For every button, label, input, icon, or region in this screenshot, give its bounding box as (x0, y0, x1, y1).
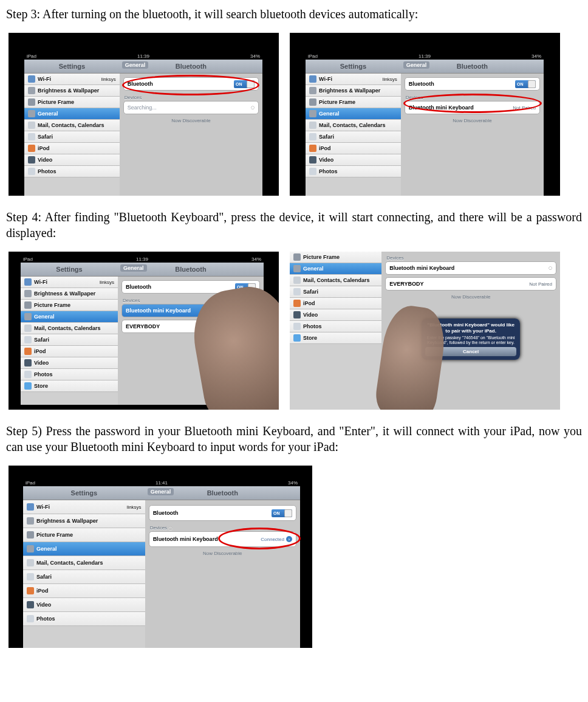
panel-header: GeneralBluetooth (120, 60, 262, 74)
mail-icon (309, 122, 316, 129)
step3-text: Step 3: After turning on the bluetooth, … (6, 6, 582, 22)
photos-icon (293, 323, 301, 330)
mail-icon (28, 122, 35, 129)
wifi-icon (28, 75, 35, 83)
sidebar-header: Settings (24, 60, 120, 74)
photos-icon (309, 168, 316, 175)
devices-label: Devices (120, 93, 262, 101)
sidebar-item-ipod[interactable]: iPod (24, 143, 120, 154)
disclosure-icon[interactable]: › (286, 536, 292, 542)
wifi-icon (309, 75, 316, 83)
general-icon (24, 313, 32, 320)
safari-icon (27, 573, 34, 580)
spinner-icon: ◌ (251, 105, 255, 110)
general-icon (28, 110, 35, 117)
safari-icon (28, 133, 35, 140)
status-bar: iPad 11:39 34% (24, 52, 262, 60)
screenshot-3a: iPad 11:39 34% Settings Wi-Filinksys Bri… (9, 33, 279, 196)
photos-icon (24, 371, 32, 378)
toggle-on[interactable]: ON (234, 80, 255, 88)
bluetooth-toggle-row[interactable]: BluetoothON (123, 77, 259, 91)
photos-icon (27, 615, 34, 622)
settings-sidebar: Settings Wi-Filinksys Brightness & Wallp… (24, 60, 120, 196)
step5-text: Step 5) Press the password in your Bluet… (6, 423, 582, 455)
spinner-icon: ◌ (168, 525, 173, 531)
video-icon (27, 601, 34, 608)
store-icon (24, 382, 32, 390)
settings-sidebar: Settings Wi-Filinksys Brightness & Wallp… (306, 60, 401, 196)
bluetooth-panel: GeneralBluetooth BluetoothON Devices Sea… (120, 60, 262, 196)
picture-icon (309, 98, 316, 106)
picture-icon (293, 253, 301, 261)
sidebar-item-photos[interactable]: Photos (24, 166, 120, 177)
safari-icon (24, 336, 32, 343)
general-icon (309, 110, 316, 117)
status-bar: iPad 11:39 34% (306, 52, 544, 60)
brightness-icon (28, 87, 35, 94)
step3-images: iPad 11:39 34% Settings Wi-Filinksys Bri… (9, 33, 582, 196)
photos-icon (28, 168, 35, 175)
picture-icon (24, 301, 32, 309)
ipod-icon (28, 145, 35, 152)
device-row-connected[interactable]: Bluetooth mini Keyboard Connected › (149, 531, 296, 547)
brightness-icon (24, 290, 32, 297)
ipod-icon (309, 145, 316, 152)
sidebar-item-general[interactable]: General (24, 108, 120, 120)
screenshot-5: iPad 11:41 34% Settings Wi-Filinksys Bri… (9, 466, 312, 648)
sidebar-item-safari[interactable]: Safari (24, 131, 120, 143)
bluetooth-panel: GeneralBluetooth BluetoothON Devices Blu… (401, 60, 544, 196)
discoverable-text: Now Discoverable (120, 117, 262, 125)
mail-icon (24, 325, 32, 332)
searching-row: Searching...◌ (123, 101, 259, 114)
device-row[interactable]: Bluetooth mini Keyboard◌ (385, 261, 556, 275)
sidebar-item-video[interactable]: Video (24, 154, 120, 166)
wifi-icon (27, 503, 34, 511)
bluetooth-toggle-row[interactable]: BluetoothON (405, 77, 540, 91)
brightness-icon (309, 87, 316, 94)
back-button[interactable]: General (122, 61, 149, 69)
picture-icon (28, 98, 35, 106)
device-row-everybody[interactable]: EVERYBODYNot Paired (385, 277, 556, 291)
mail-icon (27, 559, 34, 566)
status-time: 11:39 (137, 53, 149, 59)
general-icon (27, 545, 34, 552)
video-icon (24, 359, 32, 366)
screenshot-4a: iPad 11:39 34% Settings Wi-Filinksys Bri… (9, 252, 279, 410)
wifi-icon (24, 278, 32, 286)
step4-images: iPad 11:39 34% Settings Wi-Filinksys Bri… (9, 252, 582, 410)
picture-icon (27, 531, 34, 539)
mail-icon (293, 277, 301, 284)
safari-icon (309, 133, 316, 140)
safari-icon (293, 288, 301, 295)
device-row[interactable]: Bluetooth mini KeyboardNot Paired (405, 101, 540, 114)
status-battery: 34% (250, 53, 260, 59)
ipod-icon (27, 587, 34, 594)
status-left: iPad (27, 53, 36, 59)
ipod-icon (24, 348, 32, 355)
sidebar-item-wifi[interactable]: Wi-Filinksys (24, 74, 120, 85)
video-icon (28, 156, 35, 163)
step5-images: iPad 11:41 34% Settings Wi-Filinksys Bri… (9, 466, 582, 648)
sidebar-item-picture[interactable]: Picture Frame (24, 97, 120, 108)
brightness-icon (27, 517, 34, 525)
store-icon (293, 334, 301, 342)
video-icon (293, 311, 301, 318)
sidebar-item-brightness[interactable]: Brightness & Wallpaper (24, 85, 120, 97)
ipod-icon (293, 300, 301, 307)
spinner-icon: ◌ (549, 266, 552, 270)
general-icon (293, 265, 301, 272)
screenshot-4b: Picture Frame General Mail, Contacts, Ca… (290, 252, 560, 410)
video-icon (309, 156, 316, 163)
step4-text: Step 4: After finding "Bluetooth Keyboar… (6, 209, 582, 241)
sidebar-item-mail[interactable]: Mail, Contacts, Calendars (24, 120, 120, 131)
screenshot-3b: iPad 11:39 34% Settings Wi-Filinksys Bri… (290, 33, 560, 196)
